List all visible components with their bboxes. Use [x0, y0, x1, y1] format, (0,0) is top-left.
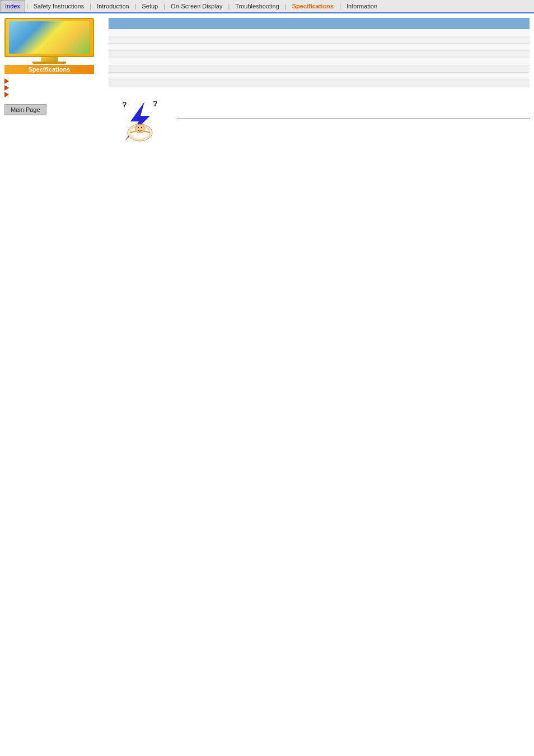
table-cell: [446, 65, 530, 73]
table-cell: [193, 51, 277, 58]
table-cell: [193, 36, 277, 44]
table-cell: [193, 73, 277, 80]
nav-sep-5: |: [227, 3, 231, 10]
table-cell: [361, 36, 445, 44]
table-row: [109, 36, 530, 44]
table-cell: [361, 58, 445, 65]
table-cell: [446, 29, 530, 36]
table-cell: [193, 65, 277, 73]
table-cell: [109, 80, 193, 87]
table-row: [109, 80, 530, 87]
nav-information[interactable]: Information: [342, 0, 382, 12]
nav-safety[interactable]: Safety Instructions: [29, 0, 89, 12]
table-cell: [361, 44, 445, 51]
table-cell: [109, 29, 193, 36]
sidebar-arrow-3[interactable]: [4, 92, 102, 97]
table-cell: [277, 73, 361, 80]
nav-sep-7: |: [338, 3, 342, 10]
table-cell: [193, 29, 277, 36]
table-row: [109, 58, 530, 65]
svg-point-6: [141, 127, 142, 128]
main-layout: Specifications Main Page: [0, 13, 534, 151]
wizard-image: ? ?: [111, 96, 172, 147]
table-cell: [277, 36, 361, 44]
table-cell: [109, 44, 193, 51]
main-page-button[interactable]: Main Page: [4, 104, 46, 115]
table-cell: [361, 80, 445, 87]
table-cell: [277, 51, 361, 58]
table-cell: [277, 65, 361, 73]
bottom-divider-line: [177, 119, 530, 119]
arrow-right-icon-3: [4, 92, 9, 97]
nav-sep-3: |: [134, 3, 138, 10]
table-cell: [109, 51, 193, 58]
nav-specifications[interactable]: Specifications: [288, 0, 339, 12]
nav-sep-4: |: [162, 3, 166, 10]
content-area: ? ?: [106, 13, 534, 151]
nav-onscreen[interactable]: On-Screen Display: [166, 0, 227, 12]
table-cell: [361, 65, 445, 73]
svg-text:?: ?: [122, 100, 127, 109]
table-cell: [109, 65, 193, 73]
table-cell: [277, 29, 361, 36]
table-cell: [446, 80, 530, 87]
arrow-right-icon-1: [4, 78, 9, 84]
table-cell: [277, 44, 361, 51]
table-cell: [277, 58, 361, 65]
table-cell: [109, 73, 193, 80]
table-cell: [361, 29, 445, 36]
table-header-row: [109, 18, 530, 29]
sidebar-arrows: [4, 78, 102, 97]
table-cell: [446, 58, 530, 65]
table-cell: [193, 80, 277, 87]
nav-troubleshooting[interactable]: Troubleshooting: [231, 0, 283, 12]
table-header-3: [277, 18, 361, 29]
nav-setup[interactable]: Setup: [137, 0, 162, 12]
svg-point-4: [135, 124, 144, 133]
table-row: [109, 73, 530, 80]
table-cell: [446, 44, 530, 51]
nav-introduction[interactable]: Introduction: [92, 0, 133, 12]
table-row: [109, 51, 530, 58]
table-cell: [446, 36, 530, 44]
table-header-5: [446, 18, 530, 29]
table-cell: [193, 58, 277, 65]
table-row: [109, 44, 530, 51]
sidebar-arrow-2[interactable]: [4, 85, 102, 91]
table-cell: [109, 58, 193, 65]
table-header-4: [361, 18, 445, 29]
table-cell: [361, 51, 445, 58]
sidebar: Specifications Main Page: [0, 13, 106, 151]
wizard-svg: ? ?: [111, 96, 172, 147]
table-row: [109, 29, 530, 36]
table-row: [109, 65, 530, 73]
table-header-1: [109, 18, 193, 29]
nav-index[interactable]: Index: [0, 0, 25, 12]
svg-point-5: [138, 127, 139, 128]
nav-sep-2: |: [88, 3, 92, 10]
monitor-screen: [9, 21, 90, 54]
table-cell: [109, 36, 193, 44]
table-cell: [361, 73, 445, 80]
table-cell: [193, 44, 277, 51]
table-cell: [446, 73, 530, 80]
sidebar-specs-label: Specifications: [4, 65, 94, 74]
nav-sep-6: |: [284, 3, 288, 10]
specs-table: [109, 18, 530, 87]
arrow-right-icon-2: [4, 85, 9, 91]
monitor-image: [4, 18, 94, 63]
sidebar-arrow-1[interactable]: [4, 78, 102, 84]
table-cell: [277, 80, 361, 87]
table-cell: [446, 51, 530, 58]
table-header-2: [193, 18, 277, 29]
navbar: Index | Safety Instructions | Introducti…: [0, 0, 534, 13]
bottom-area: ? ?: [109, 96, 530, 147]
nav-sep-1: |: [25, 3, 29, 10]
svg-text:?: ?: [153, 99, 158, 108]
monitor-base: [32, 62, 66, 64]
monitor-stand: [41, 57, 58, 62]
monitor-frame: [4, 18, 94, 57]
